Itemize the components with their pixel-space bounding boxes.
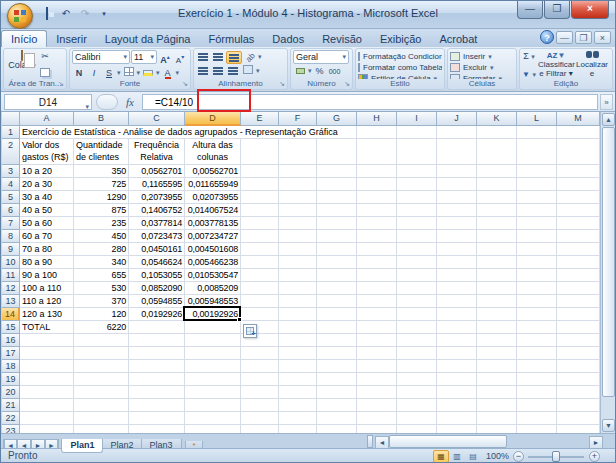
orientation-icon[interactable]: ab [243, 51, 257, 64]
cell-G16[interactable] [317, 334, 357, 347]
cell-B6[interactable]: 875 [74, 204, 129, 217]
cell-K17[interactable] [477, 347, 517, 360]
dialog-launcher-icon[interactable]: ↘ [278, 80, 286, 88]
cell-I10[interactable] [397, 256, 437, 269]
cell-F18[interactable] [279, 360, 317, 373]
cell-I2[interactable] [397, 139, 437, 165]
cell-F23[interactable] [279, 425, 317, 433]
column-header-L[interactable]: L [517, 112, 557, 126]
cell-M3[interactable] [557, 165, 600, 178]
cell-B17[interactable] [74, 347, 129, 360]
cell-L18[interactable] [517, 360, 557, 373]
cell-D17[interactable] [185, 347, 241, 360]
cell-A9[interactable]: 70 a 80 [20, 243, 74, 256]
cell-B12[interactable]: 530 [74, 282, 129, 295]
find-select-button[interactable]: Localizar e Selecionar ▾ [574, 50, 610, 79]
cell-J10[interactable] [437, 256, 477, 269]
cell-J6[interactable] [437, 204, 477, 217]
borders-button[interactable] [122, 67, 136, 80]
cell-B16[interactable] [74, 334, 129, 347]
cell-D6[interactable]: 0,014067524 [185, 204, 241, 217]
cell-A11[interactable]: 90 a 100 [20, 269, 74, 282]
cell-C8[interactable]: 0,0723473 [129, 230, 185, 243]
cell-J8[interactable] [437, 230, 477, 243]
cell-J22[interactable] [437, 412, 477, 425]
cell-D8[interactable]: 0,007234727 [185, 230, 241, 243]
dialog-launcher-icon[interactable]: ↘ [181, 80, 189, 88]
cell-M13[interactable] [557, 295, 600, 308]
cell-D16[interactable] [185, 334, 241, 347]
cell-A14[interactable]: 120 a 130 [20, 308, 74, 321]
cell-J1[interactable] [437, 126, 477, 139]
column-header-G[interactable]: G [317, 112, 357, 126]
cell-I12[interactable] [397, 282, 437, 295]
cell-G6[interactable] [317, 204, 357, 217]
cell-D11[interactable]: 0,010530547 [185, 269, 241, 282]
shrink-font-button[interactable]: A▾ [173, 51, 187, 64]
row-header-9[interactable]: 9 [2, 243, 20, 256]
zoom-out-icon[interactable]: − [513, 451, 524, 462]
cell-E11[interactable] [241, 269, 279, 282]
cell-L7[interactable] [517, 217, 557, 230]
scroll-down-icon[interactable]: ▼ [602, 419, 615, 432]
cell-C11[interactable]: 0,1053055 [129, 269, 185, 282]
cell-K21[interactable] [477, 399, 517, 412]
cell-A22[interactable] [20, 412, 74, 425]
format-as-table-button[interactable]: Formatar como Tabela▾ [358, 62, 442, 73]
cell-C15[interactable] [129, 321, 185, 334]
expand-formula-bar-icon[interactable]: » [600, 94, 613, 110]
cell-A8[interactable]: 60 a 70 [20, 230, 74, 243]
cell-E19[interactable] [241, 373, 279, 386]
cell-E22[interactable] [241, 412, 279, 425]
fill-handle[interactable] [237, 317, 242, 322]
cell-I17[interactable] [397, 347, 437, 360]
zoom-level[interactable]: 100% [486, 451, 509, 461]
conditional-formatting-button[interactable]: Formatação Condicional▾ [358, 51, 442, 62]
cell-E23[interactable] [241, 425, 279, 433]
cell-F4[interactable] [279, 178, 317, 191]
cell-M12[interactable] [557, 282, 600, 295]
cell-M18[interactable] [557, 360, 600, 373]
minimize-button[interactable]: — [517, 1, 543, 19]
cell-A12[interactable]: 100 a 110 [20, 282, 74, 295]
cell-M5[interactable] [557, 191, 600, 204]
cell-B5[interactable]: 1290 [74, 191, 129, 204]
cell-D18[interactable] [185, 360, 241, 373]
cell-H20[interactable] [357, 386, 397, 399]
dialog-launcher-icon[interactable]: ↘ [57, 80, 65, 88]
workbook-minimize-button[interactable]: — [556, 31, 573, 44]
cell-D23[interactable] [185, 425, 241, 433]
cell-J2[interactable] [437, 139, 477, 165]
cell-J9[interactable] [437, 243, 477, 256]
cell-G10[interactable] [317, 256, 357, 269]
cell-E5[interactable] [241, 191, 279, 204]
cell-A17[interactable] [20, 347, 74, 360]
cell-K16[interactable] [477, 334, 517, 347]
cell-D10[interactable]: 0,005466238 [185, 256, 241, 269]
cell-L22[interactable] [517, 412, 557, 425]
cell-K5[interactable] [477, 191, 517, 204]
cell-C19[interactable] [129, 373, 185, 386]
cell-F20[interactable] [279, 386, 317, 399]
cell-K15[interactable] [477, 321, 517, 334]
cell-J18[interactable] [437, 360, 477, 373]
cell-G2[interactable] [317, 139, 357, 165]
cell-I18[interactable] [397, 360, 437, 373]
row-header-14[interactable]: 14 [2, 308, 20, 321]
cell-H23[interactable] [357, 425, 397, 433]
cell-F14[interactable] [279, 308, 317, 321]
cell-K20[interactable] [477, 386, 517, 399]
cell-H3[interactable] [357, 165, 397, 178]
cell-K1[interactable] [477, 126, 517, 139]
cell-M15[interactable] [557, 321, 600, 334]
cell-J4[interactable] [437, 178, 477, 191]
delete-cells-button[interactable]: Excluir▾ [450, 62, 514, 73]
cell-F5[interactable] [279, 191, 317, 204]
cell-B21[interactable] [74, 399, 129, 412]
cell-L9[interactable] [517, 243, 557, 256]
copy-icon[interactable] [38, 68, 52, 79]
cell-M19[interactable] [557, 373, 600, 386]
cell-I23[interactable] [397, 425, 437, 433]
cell-A3[interactable]: 10 a 20 [20, 165, 74, 178]
row-header-18[interactable]: 18 [2, 360, 20, 373]
